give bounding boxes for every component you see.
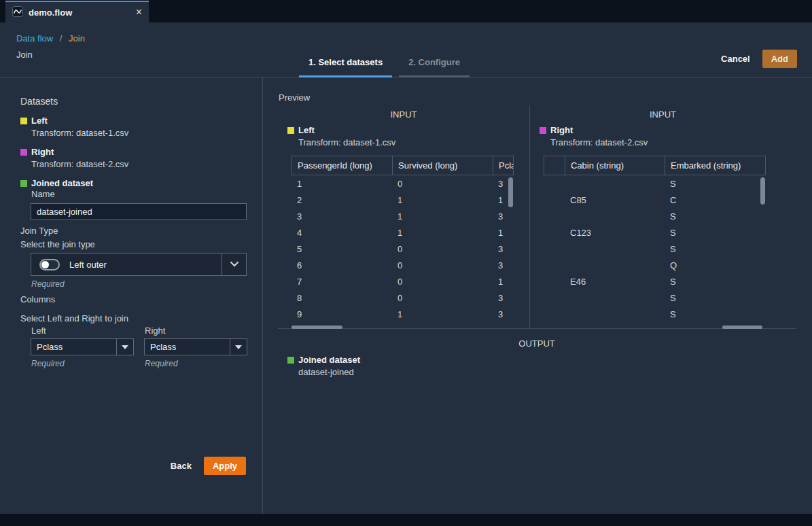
- main-area: Data flow / Join Join 1. Select datasets…: [0, 22, 812, 514]
- table-cell: 3: [493, 293, 514, 303]
- table-cell: 8: [292, 293, 392, 303]
- vertical-scrollbar[interactable]: [508, 177, 513, 207]
- table-cell: S: [665, 211, 766, 222]
- breadcrumb: Data flow / Join: [16, 33, 85, 43]
- table-cell: 0: [392, 244, 493, 254]
- vertical-scrollbar[interactable]: [760, 177, 765, 205]
- dataset-name: Left: [31, 116, 48, 126]
- page-title: Join: [16, 50, 33, 60]
- table-cell: 0: [392, 293, 493, 303]
- join-type-required: Required: [31, 279, 246, 289]
- table-row: 913: [292, 306, 514, 322]
- join-columns-row: Left Pclass Required Right Pclass: [31, 326, 246, 368]
- add-button[interactable]: Add: [762, 50, 797, 68]
- preview-dataset-left: Left: [287, 125, 529, 135]
- app-window: demo.flow × Data flow / Join Join 1. Sel…: [0, 0, 812, 526]
- table-cell: C85: [565, 195, 665, 205]
- preview-title: Preview: [279, 92, 812, 103]
- table-cell: 5: [292, 244, 392, 254]
- preview-table-right: Cabin (string)Embarked (string) SC85CSC1…: [544, 156, 766, 329]
- table-body: 103211313411503603701803913: [292, 175, 514, 322]
- table-cell: 7: [292, 277, 392, 287]
- left-column-label: Left: [31, 326, 134, 336]
- columns-sublabel: Select Left and Right to join: [20, 313, 246, 323]
- apply-button[interactable]: Apply: [204, 457, 246, 475]
- table-cell: 1: [493, 277, 514, 287]
- column-header: Cabin (string): [565, 156, 665, 175]
- right-column-box: Right Pclass Required: [144, 326, 247, 368]
- table-cell: 1: [392, 211, 493, 222]
- dataset-name: Joined dataset: [298, 355, 360, 365]
- table-row: C123S: [544, 224, 766, 241]
- chevron-down-icon: [222, 253, 246, 275]
- caret-down-icon: [116, 339, 133, 355]
- table-row: 603: [292, 257, 514, 273]
- header-actions: Cancel Add: [721, 50, 797, 68]
- left-column-box: Left Pclass Required: [31, 326, 134, 368]
- breadcrumb-data-flow-link[interactable]: Data flow: [16, 33, 53, 43]
- panel-actions: Back Apply: [171, 457, 246, 475]
- table-header-row: Cabin (string)Embarked (string): [544, 156, 766, 175]
- input-section-label: INPUT: [530, 109, 796, 120]
- table-cell: 1: [392, 309, 493, 319]
- tab-demo-flow[interactable]: demo.flow ×: [5, 1, 149, 22]
- dataset-name: Right: [550, 125, 573, 135]
- output-section-label: OUTPUT: [278, 338, 796, 349]
- table-cell: 0: [392, 179, 493, 189]
- dataset-name: Joined dataset: [31, 178, 93, 188]
- table-cell: S: [665, 309, 766, 319]
- datasets-panel-title: Datasets: [20, 96, 246, 107]
- cancel-button[interactable]: Cancel: [721, 54, 750, 64]
- dataset-transform: Transform: dataset-2.csv: [550, 137, 796, 147]
- breadcrumb-current: Join: [69, 33, 85, 43]
- table-cell: 0: [392, 260, 493, 270]
- output-dataset-value: dataset-joined: [298, 367, 796, 377]
- horizontal-scrollbar[interactable]: [292, 326, 342, 329]
- joined-dataset-name-input[interactable]: [31, 203, 247, 220]
- table-cell: S: [665, 179, 766, 189]
- preview-table-left: PassengerId (long)Survived (long)Pcla 10…: [292, 156, 514, 329]
- table-cell: 3: [493, 260, 514, 270]
- dataset-transform: Transform: dataset-1.csv: [31, 128, 246, 138]
- table-body: SC85CSC123SSQE46SSS: [544, 175, 766, 322]
- output-dataset: Joined dataset: [287, 355, 796, 365]
- horizontal-scrollbar[interactable]: [722, 326, 762, 329]
- right-column-select[interactable]: Pclass: [144, 338, 247, 355]
- join-type-label: Join Type: [20, 226, 246, 236]
- step-select-datasets[interactable]: 1. Select datasets: [299, 57, 392, 77]
- dataset-name: Right: [31, 147, 54, 157]
- left-dataset-swatch: [287, 127, 294, 134]
- column-header: Pcla: [493, 156, 514, 175]
- table-cell: C: [665, 195, 766, 205]
- table-cell: 1: [392, 228, 493, 238]
- table-row: S: [544, 241, 766, 257]
- close-icon[interactable]: ×: [136, 7, 142, 18]
- dataset-item-left: Left: [20, 116, 246, 126]
- left-column-required: Required: [31, 359, 134, 368]
- flow-file-icon: [12, 6, 23, 19]
- tab-bar: demo.flow ×: [0, 0, 812, 22]
- join-type-select[interactable]: Left outer: [31, 253, 247, 276]
- table-cell: 9: [292, 309, 392, 319]
- table-row: S: [544, 306, 766, 322]
- left-column-select[interactable]: Pclass: [31, 338, 134, 355]
- right-column-value: Pclass: [150, 342, 176, 352]
- column-header: PassengerId (long): [292, 156, 392, 175]
- table-cell: 3: [493, 211, 514, 222]
- table-cell: 3: [493, 309, 514, 319]
- table-cell: C123: [565, 228, 665, 238]
- output-section: OUTPUT Joined dataset dataset-joined: [278, 338, 796, 377]
- table-row: S: [544, 208, 766, 224]
- table-row: 411: [292, 224, 514, 241]
- table-row: 211: [292, 192, 514, 208]
- table-cell: S: [665, 244, 766, 254]
- table-cell: S: [665, 228, 766, 238]
- back-button[interactable]: Back: [171, 461, 192, 471]
- table-cell: S: [665, 293, 766, 303]
- join-type-toggle[interactable]: [39, 259, 60, 270]
- input-section-label: INPUT: [278, 109, 529, 120]
- dataset-item-joined: Joined dataset: [20, 178, 246, 188]
- table-cell: Q: [665, 260, 766, 270]
- step-configure[interactable]: 2. Configure: [399, 57, 470, 77]
- table-cell: 3: [493, 244, 514, 254]
